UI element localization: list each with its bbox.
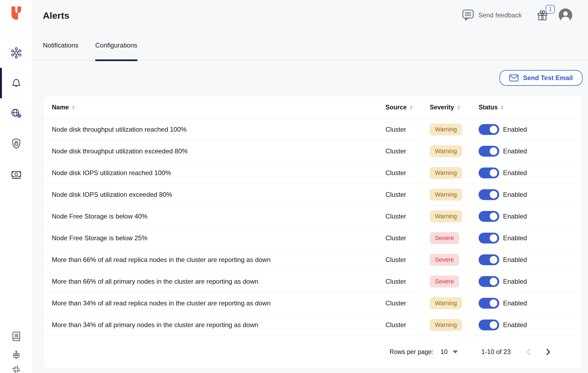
toggle-knob bbox=[490, 126, 497, 133]
alert-source: Cluster bbox=[385, 162, 406, 184]
active-tab-indicator bbox=[95, 59, 137, 61]
status-toggle[interactable] bbox=[479, 146, 499, 157]
column-label: Severity bbox=[430, 104, 454, 111]
money-icon bbox=[10, 168, 23, 181]
severity-badge: Warning bbox=[430, 145, 462, 157]
alert-source: Cluster bbox=[385, 140, 406, 162]
status-label: Enabled bbox=[503, 213, 527, 220]
status-label: Enabled bbox=[503, 126, 527, 133]
user-avatar[interactable] bbox=[559, 8, 572, 22]
tab-configurations-label: Configurations bbox=[95, 42, 137, 49]
send-feedback-button[interactable]: Send feedback bbox=[462, 9, 522, 21]
alerts-configurations-page: Alerts Send feedback bbox=[0, 0, 588, 373]
table-row: More than 34% of all primary nodes in th… bbox=[43, 314, 582, 336]
alert-status-cell: Enabled bbox=[479, 184, 527, 206]
alert-status-cell: Enabled bbox=[479, 249, 527, 271]
alert-severity-cell: Severe bbox=[430, 227, 459, 249]
robot-icon bbox=[11, 350, 21, 359]
table-row: More than 34% of all read replica nodes … bbox=[43, 292, 582, 314]
alert-name: Node disk throughput utilization reached… bbox=[52, 119, 186, 140]
sort-icon bbox=[72, 105, 75, 110]
table-row: More than 66% of all primary nodes in th… bbox=[43, 271, 582, 292]
status-toggle[interactable] bbox=[479, 298, 499, 309]
toggle-knob bbox=[490, 147, 497, 155]
table-row: More than 66% of all read replica nodes … bbox=[43, 249, 582, 271]
sidebar-item-clusters[interactable] bbox=[0, 47, 33, 59]
send-test-email-button[interactable]: Send Test Email bbox=[500, 70, 583, 86]
alert-source: Cluster bbox=[385, 184, 406, 206]
column-header-name[interactable]: Name bbox=[52, 96, 75, 119]
alert-name: Node disk throughput utilization exceede… bbox=[52, 140, 188, 162]
sidebar-item-slack-community[interactable] bbox=[0, 365, 33, 373]
tab-notifications[interactable]: Notifications bbox=[43, 30, 78, 61]
toggle-knob bbox=[490, 278, 497, 285]
table-row: Node Free Storage is below 25%ClusterSev… bbox=[43, 227, 582, 249]
alert-source: Cluster bbox=[385, 119, 406, 140]
whats-new-button[interactable]: 1 bbox=[536, 9, 548, 22]
alert-status-cell: Enabled bbox=[479, 206, 527, 227]
table-header: Name Source Severity Status bbox=[43, 96, 582, 119]
alert-source: Cluster bbox=[385, 314, 406, 336]
tab-notifications-label: Notifications bbox=[43, 42, 78, 49]
sidebar-item-network-access[interactable] bbox=[0, 107, 33, 119]
column-header-severity[interactable]: Severity bbox=[430, 96, 460, 119]
status-toggle[interactable] bbox=[479, 320, 499, 330]
shield-lock-icon bbox=[10, 137, 23, 150]
severity-badge: Warning bbox=[430, 124, 462, 135]
rows-per-page-select[interactable]: 10 bbox=[440, 348, 458, 356]
alert-source: Cluster bbox=[385, 249, 406, 271]
sidebar-item-billing[interactable] bbox=[0, 168, 33, 181]
alert-name: Node Free Storage is below 25% bbox=[52, 227, 147, 249]
severity-badge: Warning bbox=[430, 189, 462, 201]
column-header-source[interactable]: Source bbox=[385, 96, 413, 119]
alert-name: Node Free Storage is below 40% bbox=[52, 206, 147, 227]
severity-badge: Warning bbox=[430, 297, 462, 309]
dropdown-arrow-icon bbox=[453, 350, 458, 353]
alert-status-cell: Enabled bbox=[479, 292, 527, 314]
yugabyte-logo-icon bbox=[9, 6, 23, 20]
avatar-icon bbox=[559, 8, 572, 22]
table-row: Node Free Storage is below 40%ClusterWar… bbox=[43, 206, 582, 227]
bell-icon bbox=[10, 77, 23, 89]
status-toggle[interactable] bbox=[479, 276, 499, 287]
column-header-status[interactable]: Status bbox=[479, 96, 504, 119]
sidebar-item-security[interactable] bbox=[0, 137, 33, 150]
send-feedback-label: Send feedback bbox=[478, 11, 522, 19]
toggle-knob bbox=[490, 169, 497, 177]
send-test-email-label: Send Test Email bbox=[523, 74, 573, 82]
sort-icon bbox=[500, 105, 504, 110]
previous-page-button[interactable] bbox=[526, 349, 530, 355]
tab-configurations[interactable]: Configurations bbox=[95, 30, 137, 61]
sidebar-item-docs[interactable] bbox=[0, 331, 33, 342]
toggle-knob bbox=[490, 321, 497, 329]
status-toggle[interactable] bbox=[479, 189, 499, 200]
sidebar-item-alerts[interactable] bbox=[0, 77, 33, 89]
globe-gear-icon bbox=[10, 107, 23, 119]
status-label: Enabled bbox=[503, 234, 527, 242]
severity-badge: Severe bbox=[430, 254, 459, 266]
toggle-knob bbox=[490, 299, 497, 307]
chevron-left-icon bbox=[526, 349, 530, 355]
alert-status-cell: Enabled bbox=[479, 140, 527, 162]
alert-severity-cell: Warning bbox=[430, 162, 462, 184]
envelope-icon bbox=[509, 74, 519, 81]
feedback-chat-icon bbox=[462, 9, 475, 21]
alert-status-cell: Enabled bbox=[479, 119, 527, 140]
table-body: Node disk throughput utilization reached… bbox=[43, 119, 582, 336]
brand-logo[interactable] bbox=[9, 6, 23, 20]
rows-per-page-value: 10 bbox=[440, 348, 448, 356]
main-area: Alerts Send feedback bbox=[33, 0, 588, 373]
status-toggle[interactable] bbox=[479, 167, 499, 178]
sidebar-item-support-bot[interactable] bbox=[0, 350, 33, 359]
alert-severity-cell: Warning bbox=[430, 206, 462, 227]
status-toggle[interactable] bbox=[479, 233, 499, 244]
alert-name: More than 66% of all primary nodes in th… bbox=[52, 271, 258, 292]
status-toggle[interactable] bbox=[479, 124, 499, 135]
severity-badge: Warning bbox=[430, 210, 462, 222]
next-page-button[interactable] bbox=[546, 349, 550, 355]
status-toggle[interactable] bbox=[479, 254, 499, 265]
severity-badge: Severe bbox=[430, 276, 459, 287]
table-pagination: Rows per page: 10 1-10 of 23 bbox=[43, 336, 582, 368]
status-toggle[interactable] bbox=[479, 211, 499, 222]
column-label: Name bbox=[52, 104, 69, 111]
